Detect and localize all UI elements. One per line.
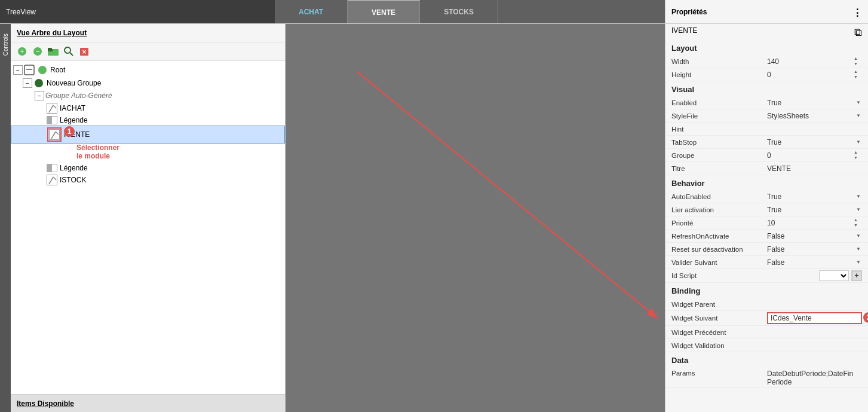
prop-widget-suivant: Widget Suivant ICdes_Vente 2 xyxy=(665,311,868,326)
prop-titre: Titre VENTE xyxy=(665,162,868,175)
root-icon xyxy=(24,65,35,75)
tab-vente[interactable]: VENTE xyxy=(348,0,420,23)
tree-node-root[interactable]: − Root xyxy=(11,63,285,77)
iachat-label: IACHAT xyxy=(60,104,85,112)
prop-tabstop: TabStop True ▼ xyxy=(665,136,868,149)
prop-widget-precedent: Widget Précédent xyxy=(665,326,868,339)
properties-panel-header: Propriétés ⋮ xyxy=(665,0,868,23)
right-panel: IVENTE ⧉ Layout Width 140 ▲▼ Height 0 ▲▼ xyxy=(665,24,868,412)
svg-rect-6 xyxy=(48,48,52,50)
prop-widget-validation: Widget Validation xyxy=(665,339,868,352)
properties-title: Propriétés xyxy=(671,8,707,16)
treeview-header: TreeView xyxy=(0,0,275,23)
widget-suivant-value[interactable]: ICdes_Vente xyxy=(767,312,862,324)
nouveau-groupe-expander[interactable]: − xyxy=(23,78,32,88)
prop-widget-parent: Widget Parent xyxy=(665,298,868,311)
annotation-text: Sélectionner le module xyxy=(76,144,119,160)
toolbar: + − xyxy=(11,42,285,61)
ivente-prop-label: IVENTE ⧉ xyxy=(665,24,868,40)
priorite-spinner[interactable]: ▲▼ xyxy=(854,218,862,228)
prop-valider-suivant: Valider Suivant False ▼ xyxy=(665,256,868,269)
folder-icon xyxy=(48,47,59,56)
top-bar: TreeView ACHAT VENTE STOCKS Propriétés ⋮ xyxy=(0,0,868,24)
collapse-all-button[interactable]: − xyxy=(31,45,44,58)
panel-menu-icon[interactable]: ⋮ xyxy=(852,7,862,17)
prop-enabled: Enabled True ▼ xyxy=(665,96,868,109)
tree-node-nouveau-groupe[interactable]: − Nouveau Groupe xyxy=(11,77,285,90)
svg-text:−: − xyxy=(35,47,39,56)
delete-button[interactable]: × xyxy=(78,45,91,58)
svg-text:+: + xyxy=(854,271,858,280)
iachat-icon xyxy=(47,103,57,114)
groupe-auto-expander[interactable]: − xyxy=(35,91,44,100)
visual-section-title: Visual xyxy=(665,81,868,96)
tree-node-iachat[interactable]: IACHAT xyxy=(11,102,285,115)
main-content: Controls Vue Arbre du Layout + − xyxy=(0,24,868,412)
expand-all-button[interactable]: + xyxy=(16,45,29,58)
binding-section-title: Binding xyxy=(665,283,868,298)
svg-line-22 xyxy=(357,72,656,317)
tree-node-legende2[interactable]: Légende xyxy=(11,163,285,173)
refreshonactivate-dropdown[interactable]: ▼ xyxy=(855,233,862,240)
stylefile-dropdown[interactable]: ▼ xyxy=(855,112,862,120)
behavior-section-title: Behavior xyxy=(665,175,868,190)
tree-node-ivente[interactable]: IVENTE 1 xyxy=(11,126,285,144)
prop-groupe: Groupe 0 ▲▼ xyxy=(665,149,868,162)
prop-lier-activation: Lier activation True ▼ xyxy=(665,203,868,216)
lier-activation-dropdown[interactable]: ▼ xyxy=(855,206,862,213)
annotation-container: Sélectionner le module xyxy=(11,144,285,163)
vue-arbre-title: Vue Arbre du Layout xyxy=(11,24,285,42)
svg-line-8 xyxy=(70,53,73,56)
nouveau-groupe-label: Nouveau Groupe xyxy=(47,79,101,87)
controls-tab-label[interactable]: Controls xyxy=(1,30,10,59)
tree-node-legende1[interactable]: Légende xyxy=(11,115,285,126)
id-script-select[interactable] xyxy=(819,270,849,281)
annotation-badge-1: 1 xyxy=(64,126,75,137)
autoenabled-dropdown[interactable]: ▼ xyxy=(855,193,862,200)
minus-circle-icon: − xyxy=(33,47,42,56)
search-button[interactable] xyxy=(62,45,75,58)
legende1-label: Légende xyxy=(60,116,88,124)
width-spinner[interactable]: ▲▼ xyxy=(854,56,862,66)
delete-icon: × xyxy=(80,47,88,56)
tree-node-istock[interactable]: ISTOCK xyxy=(11,173,285,187)
root-label: Root xyxy=(50,66,65,74)
root-dot-icon xyxy=(37,65,48,75)
treeview-title: TreeView xyxy=(6,8,36,16)
reset-desactivation-dropdown[interactable]: ▼ xyxy=(855,246,862,253)
center-canvas xyxy=(286,24,665,412)
groupe-auto-label: Groupe Auto-Généré xyxy=(45,91,112,100)
svg-point-7 xyxy=(65,47,70,53)
tab-achat[interactable]: ACHAT xyxy=(275,0,348,23)
folder-button[interactable] xyxy=(47,45,60,58)
root-expander[interactable]: − xyxy=(13,65,23,75)
add-script-icon: + xyxy=(852,271,861,280)
items-disponible-bar: Items Disponible xyxy=(11,394,285,412)
tab-stocks[interactable]: STOCKS xyxy=(420,0,498,23)
prop-priorite: Priorité 10 ▲▼ xyxy=(665,216,868,230)
prop-params: Params DateDebutPeriode;DateFin Periode xyxy=(665,367,868,388)
height-spinner[interactable]: ▲▼ xyxy=(854,69,862,80)
groupe-spinner[interactable]: ▲▼ xyxy=(854,150,862,160)
copy-icon[interactable]: ⧉ xyxy=(854,26,862,39)
tabstop-dropdown[interactable]: ▼ xyxy=(855,139,862,146)
valider-suivant-dropdown[interactable]: ▼ xyxy=(855,259,862,266)
istock-icon xyxy=(47,175,57,185)
annotation-arrow xyxy=(286,24,665,412)
search-icon xyxy=(64,47,73,56)
main-tabs: ACHAT VENTE STOCKS xyxy=(275,0,665,23)
legende1-icon xyxy=(47,116,57,124)
legende2-label: Légende xyxy=(60,164,88,172)
svg-text:+: + xyxy=(20,47,24,56)
prop-refreshonactivate: RefreshOnActivate False ▼ xyxy=(665,230,868,243)
id-script-add-button[interactable]: + xyxy=(851,270,862,281)
prop-id-script: Id Script + xyxy=(665,269,868,283)
prop-width: Width 140 ▲▼ xyxy=(665,55,868,68)
legende2-icon xyxy=(47,164,57,172)
layout-section-title: Layout xyxy=(665,40,868,55)
tree-node-groupe-auto[interactable]: − Groupe Auto-Généré xyxy=(11,90,285,102)
tree-container[interactable]: − Root − Nouveau Groupe − Groupe Auto-Gé… xyxy=(11,61,285,394)
ivente-selected-box xyxy=(47,127,62,142)
enabled-dropdown[interactable]: ▼ xyxy=(855,99,862,106)
prop-stylefile: StyleFile StylesSheets ▼ xyxy=(665,109,868,123)
